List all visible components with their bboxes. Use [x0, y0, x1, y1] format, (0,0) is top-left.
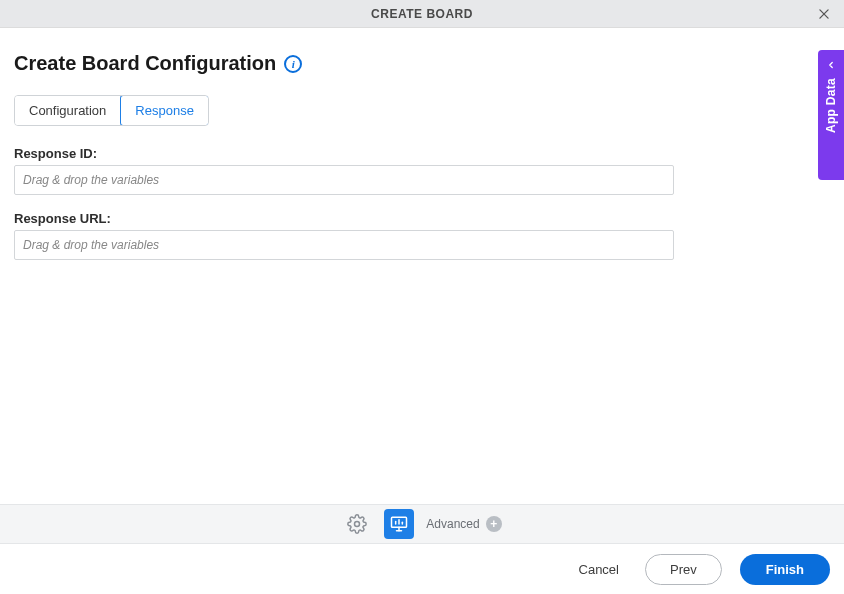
app-data-label: App Data: [824, 78, 838, 133]
modal-title: CREATE BOARD: [371, 7, 473, 21]
gear-icon: [347, 514, 367, 534]
tab-group: Configuration Response: [14, 95, 209, 126]
field-response-id: Response ID:: [14, 146, 830, 195]
cancel-button[interactable]: Cancel: [571, 556, 627, 583]
plus-icon: +: [486, 516, 502, 532]
svg-point-2: [355, 522, 360, 527]
app-data-panel-toggle[interactable]: App Data: [818, 50, 844, 180]
chevron-left-icon: [826, 60, 836, 70]
modal-header: CREATE BOARD: [0, 0, 844, 28]
content-area: Create Board Configuration i Configurati…: [0, 28, 844, 260]
label-response-url: Response URL:: [14, 211, 830, 226]
settings-button[interactable]: [342, 509, 372, 539]
input-response-id[interactable]: [14, 165, 674, 195]
presentation-chart-icon: [389, 514, 409, 534]
close-button[interactable]: [812, 2, 836, 26]
label-response-id: Response ID:: [14, 146, 830, 161]
presentation-button[interactable]: [384, 509, 414, 539]
input-response-url[interactable]: [14, 230, 674, 260]
bottom-toolbar: Advanced +: [0, 504, 844, 544]
prev-button[interactable]: Prev: [645, 554, 722, 585]
finish-button[interactable]: Finish: [740, 554, 830, 585]
page-title: Create Board Configuration: [14, 52, 276, 75]
tab-response[interactable]: Response: [120, 95, 209, 126]
advanced-toggle[interactable]: Advanced +: [426, 516, 501, 532]
tab-configuration[interactable]: Configuration: [15, 96, 121, 125]
info-icon[interactable]: i: [284, 55, 302, 73]
close-icon: [817, 7, 831, 21]
footer-bar: Cancel Prev Finish: [0, 544, 844, 594]
field-response-url: Response URL:: [14, 211, 830, 260]
advanced-label: Advanced: [426, 517, 479, 531]
page-title-row: Create Board Configuration i: [14, 52, 830, 75]
